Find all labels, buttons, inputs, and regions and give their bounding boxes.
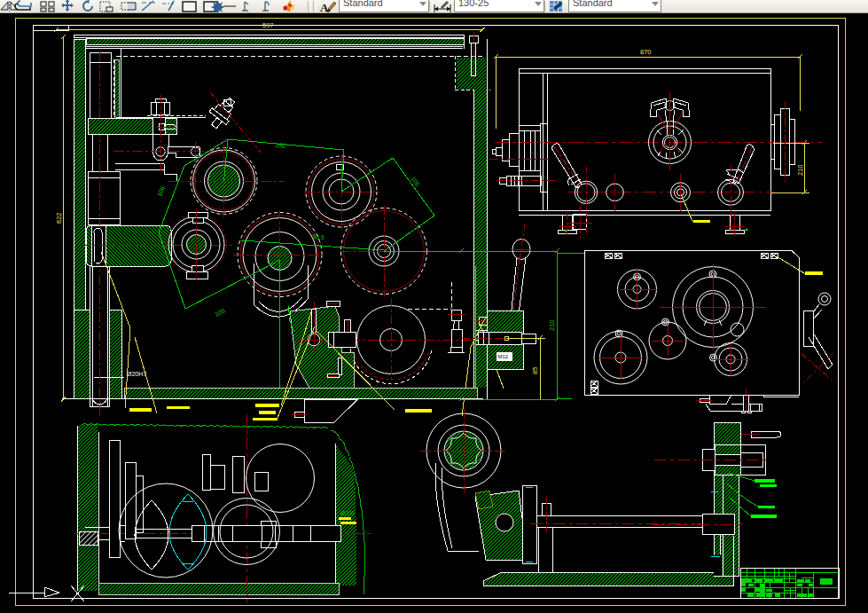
svg-text:870: 870 bbox=[640, 48, 652, 56]
svg-text:M12: M12 bbox=[498, 354, 509, 359]
svg-text:Ø20H7: Ø20H7 bbox=[127, 371, 146, 377]
svg-text:Ø200: Ø200 bbox=[340, 510, 355, 516]
svg-text:597: 597 bbox=[262, 21, 274, 29]
svg-text:85: 85 bbox=[531, 367, 539, 374]
svg-text:210: 210 bbox=[548, 319, 556, 331]
svg-text:98.5: 98.5 bbox=[312, 233, 325, 240]
svg-text:622: 622 bbox=[55, 212, 63, 224]
svg-text:150: 150 bbox=[275, 142, 285, 149]
svg-text:210: 210 bbox=[796, 164, 804, 176]
